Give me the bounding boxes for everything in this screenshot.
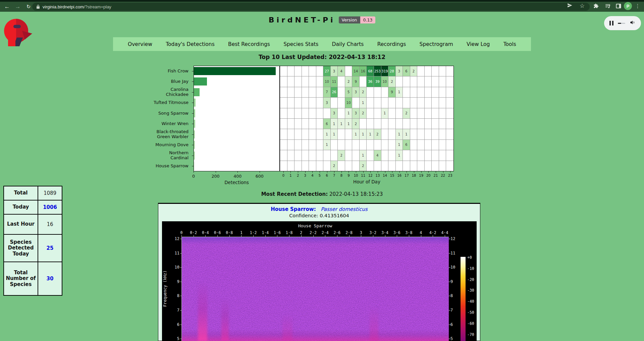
spectrogram-ytick-label: 7 — [450, 308, 459, 312]
heatmap-cell — [338, 98, 345, 108]
species-label: Blue Jay — [144, 76, 189, 87]
heatmap-cell — [280, 161, 287, 171]
spectrogram-ytick-label: 12 — [171, 236, 179, 241]
nav-item-species-stats[interactable]: Species Stats — [283, 41, 318, 47]
nav-item-view-log[interactable]: View Log — [467, 41, 490, 47]
hour-axis-ticklabel: 0 — [282, 174, 284, 177]
spectrogram-xtick — [241, 235, 241, 237]
browser-forward-icon[interactable]: → — [13, 2, 22, 11]
nav-item-recordings[interactable]: Recordings — [377, 41, 406, 47]
heatmap-cell — [374, 87, 381, 98]
heatmap-cell — [302, 87, 309, 98]
spectrogram-ytick-label: 8 — [171, 293, 179, 298]
heatmap-cell — [432, 161, 439, 171]
seek-bar[interactable] — [618, 23, 625, 24]
heatmap-cell: 2 — [331, 161, 338, 171]
nav-item-today-s-detections[interactable]: Today's Detections — [166, 41, 214, 47]
hour-axis-ticklabel: 4 — [311, 174, 313, 177]
heatmap-cell — [396, 108, 403, 119]
nav-item-daily-charts[interactable]: Daily Charts — [332, 41, 364, 47]
url-path: /?stream=play — [84, 4, 111, 9]
heatmap-cell — [388, 140, 396, 150]
nav-item-spectrogram[interactable]: Spectrogram — [420, 41, 453, 47]
heatmap-cell — [410, 161, 418, 171]
bar-axis-ticklabel: 0 — [192, 174, 195, 179]
spectrogram-xtick — [313, 235, 314, 237]
volume-icon[interactable] — [630, 19, 636, 27]
hour-axis-tick — [370, 171, 371, 173]
audio-player[interactable] — [604, 16, 641, 30]
heatmap-cell — [439, 87, 446, 98]
hourly-heatmap: 2734141668253319283621011293639102726532… — [280, 66, 454, 171]
heatmap-cell — [425, 150, 432, 161]
nav-item-best-recordings[interactable]: Best Recordings — [228, 41, 270, 47]
bookmark-star-icon[interactable]: ☆ — [580, 2, 585, 9]
heatmap-cell — [280, 76, 287, 87]
heatmap-cell: 1 — [338, 119, 345, 129]
browser-menu-icon[interactable]: ⋮ — [635, 2, 640, 10]
spectrogram-ytick — [449, 296, 450, 296]
nav-item-tools[interactable]: Tools — [503, 41, 516, 47]
hour-axis-tick — [436, 171, 436, 173]
heatmap-cell: 28 — [388, 66, 396, 76]
heatmap-cell — [432, 76, 439, 87]
profile-avatar[interactable]: P — [624, 2, 632, 10]
spectrogram-xtick — [289, 235, 289, 237]
browser-toolbar: ← → ↻ virginia.birdnetpi.com/?stream=pla… — [0, 0, 644, 12]
browser-reload-icon[interactable]: ↻ — [24, 2, 33, 11]
address-bar[interactable]: virginia.birdnetpi.com/?stream=play — [32, 3, 590, 11]
bar-axis-tick — [237, 171, 238, 173]
browser-back-icon[interactable]: ← — [3, 2, 11, 11]
chart-species-labels: Fish CrowBlue JayCarolinaChickadeeTufted… — [144, 66, 191, 171]
bar — [194, 88, 200, 96]
hour-axis-ticklabel: 11 — [361, 174, 365, 177]
heatmap-cell: 6 — [403, 66, 410, 76]
send-icon[interactable] — [567, 2, 573, 9]
species-label: Fish Crow — [144, 66, 189, 76]
stats-label: Species Detected Today — [4, 234, 38, 262]
stats-value[interactable]: 1006 — [38, 200, 62, 214]
heatmap-cell: 4 — [338, 66, 345, 76]
hour-axis-ticklabel: 18 — [412, 174, 416, 177]
detection-species[interactable]: House Sparrow: — [271, 206, 316, 212]
side-panel-icon[interactable] — [614, 2, 623, 10]
heatmap-cell — [287, 161, 295, 171]
stats-value[interactable]: 30 — [38, 262, 62, 295]
heatmap-cell — [345, 150, 353, 161]
hour-axis-tick — [414, 171, 414, 173]
pause-icon[interactable] — [609, 21, 613, 25]
spectrogram-xtick-label: 3·6 — [393, 230, 400, 235]
heatmap-cell — [374, 119, 381, 129]
heatmap-cell — [388, 129, 396, 139]
version-value: 0.13 — [360, 16, 376, 23]
extensions-puzzle-icon[interactable] — [592, 2, 600, 10]
stats-value[interactable]: 25 — [38, 234, 62, 262]
hour-axis-tick — [407, 171, 407, 173]
bar — [194, 67, 276, 75]
lock-icon[interactable] — [36, 5, 40, 9]
heatmap-cell — [403, 87, 410, 98]
heatmap-cell — [410, 150, 418, 161]
spectrogram-ytick — [180, 282, 182, 282]
heatmap-cell — [309, 66, 316, 76]
nav-item-overview[interactable]: Overview — [128, 41, 152, 47]
spectrogram-ytick — [180, 339, 182, 339]
stats-label: Total Number of Species — [4, 262, 38, 295]
heatmap-cell — [287, 98, 295, 108]
heatmap-cell: 16 — [360, 66, 367, 76]
hour-axis-tick — [298, 171, 298, 173]
heatmap-cell — [280, 66, 287, 76]
hour-axis-tick — [348, 171, 349, 173]
heatmap-cell — [417, 161, 425, 171]
bar — [194, 152, 195, 160]
colorbar-tick-label: -10 — [467, 266, 474, 271]
heatmap-cell — [345, 161, 353, 171]
heatmap-cell — [367, 108, 374, 119]
media-controls-icon[interactable] — [604, 2, 612, 10]
stats-label: Last Hour — [4, 214, 38, 234]
heatmap-cell: 1 — [360, 98, 367, 108]
heatmap-cell — [316, 87, 324, 98]
hour-axis-ticklabel: 23 — [448, 174, 452, 177]
heatmap-cell — [432, 66, 439, 76]
stats-label: Today — [4, 200, 38, 214]
